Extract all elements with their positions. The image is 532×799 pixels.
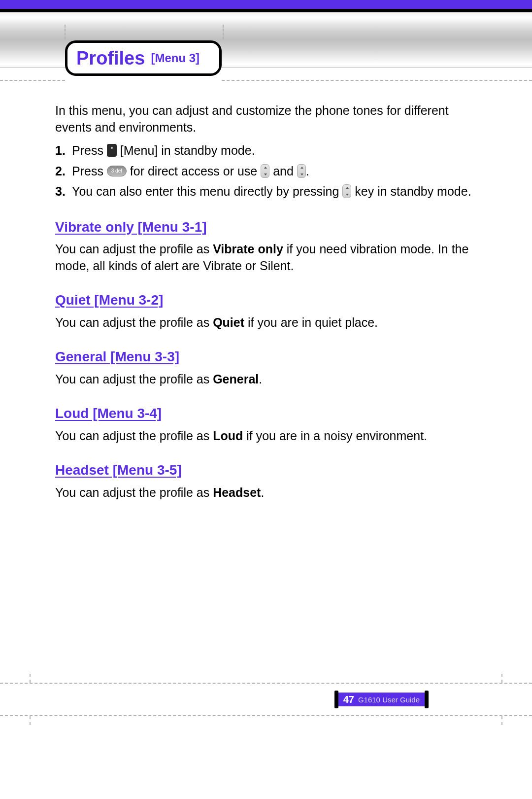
dash-line <box>0 80 65 81</box>
dash-tick <box>30 716 31 725</box>
step-text: key in standby mode. <box>351 184 471 198</box>
text-run: You can adjust the profile as <box>55 372 213 386</box>
nav-key-icon <box>342 184 351 198</box>
step-text: You can also enter this menu directly by… <box>72 184 342 198</box>
step-text: and <box>269 164 297 178</box>
page-title-sub: [Menu 3] <box>151 51 200 65</box>
text-run: You can adjust the profile as <box>55 242 213 256</box>
dash-tick <box>501 674 502 683</box>
step-number: 2. <box>55 163 72 180</box>
guide-label: G1610 User Guide <box>358 693 425 706</box>
intro-text: In this menu, you can adjust and customi… <box>55 103 477 136</box>
section-heading: Vibrate only [Menu 3-1] <box>55 218 477 237</box>
bracket-icon <box>425 691 429 708</box>
step-item: 3. You can also enter this menu directly… <box>55 183 477 200</box>
top-black-bar <box>0 9 532 12</box>
menu-key-icon <box>107 144 117 157</box>
dash-tick <box>65 25 66 39</box>
section-heading: Quiet [Menu 3-2] <box>55 291 477 310</box>
section-text: You can adjust the profile as Vibrate on… <box>55 241 477 274</box>
section-text: You can adjust the profile as General. <box>55 371 477 388</box>
text-run: You can adjust the profile as <box>55 486 213 499</box>
step-text: Press <box>72 143 107 157</box>
page-title-main: Profiles <box>76 48 145 69</box>
number-key-icon: 3 def <box>107 166 127 176</box>
bracket-icon <box>334 691 338 708</box>
dash-tick <box>30 674 31 683</box>
text-run: You can adjust the profile as <box>55 429 213 443</box>
footer-dash-frame <box>0 683 532 716</box>
page-number: 47 <box>338 693 358 706</box>
section-text: You can adjust the profile as Quiet if y… <box>55 314 477 331</box>
section-quiet: Quiet [Menu 3-2] You can adjust the prof… <box>55 291 477 331</box>
text-bold: Loud <box>213 429 243 443</box>
step-body: Press [Menu] in standby mode. <box>72 142 477 159</box>
text-run: You can adjust the profile as <box>55 315 213 329</box>
text-bold: General <box>213 372 259 386</box>
nav-key-icon <box>297 164 306 178</box>
text-run: if you are in a noisy environment. <box>243 429 427 443</box>
step-text: Press <box>72 164 103 178</box>
step-body: You can also enter this menu directly by… <box>72 183 477 200</box>
dash-tick <box>501 716 502 725</box>
page-title-box: Profiles [Menu 3] <box>65 40 222 76</box>
text-run: . <box>261 486 264 499</box>
section-heading: Loud [Menu 3-4] <box>55 404 477 423</box>
section-general: General [Menu 3-3] You can adjust the pr… <box>55 347 477 387</box>
step-number: 3. <box>55 183 72 200</box>
text-run: if you are in quiet place. <box>244 315 378 329</box>
step-body: Press 3 def for direct access or use and… <box>72 163 477 180</box>
step-number: 1. <box>55 142 72 159</box>
step-text: . <box>306 164 309 178</box>
dash-tick <box>223 25 224 39</box>
step-item: 1. Press [Menu] in standby mode. <box>55 142 477 159</box>
step-text: [Menu] in standby mode. <box>117 143 255 157</box>
section-heading: General [Menu 3-3] <box>55 347 477 366</box>
section-loud: Loud [Menu 3-4] You can adjust the profi… <box>55 404 477 444</box>
dash-line <box>222 80 532 81</box>
top-purple-bar <box>0 0 532 9</box>
section-text: You can adjust the profile as Headset. <box>55 485 477 501</box>
step-item: 2. Press 3 def for direct access or use … <box>55 163 477 180</box>
text-run: . <box>259 372 262 386</box>
section-text: You can adjust the profile as Loud if yo… <box>55 428 477 445</box>
content-area: In this menu, you can adjust and customi… <box>55 103 477 518</box>
step-text: for direct access or use <box>127 164 261 178</box>
section-heading: Headset [Menu 3-5] <box>55 461 477 480</box>
text-bold: Quiet <box>213 315 244 329</box>
text-bold: Vibrate only <box>213 242 283 256</box>
nav-key-icon <box>261 164 269 178</box>
section-headset: Headset [Menu 3-5] You can adjust the pr… <box>55 461 477 501</box>
steps-list: 1. Press [Menu] in standby mode. 2. Pres… <box>55 142 477 200</box>
text-bold: Headset <box>213 486 261 499</box>
section-vibrate-only: Vibrate only [Menu 3-1] You can adjust t… <box>55 218 477 275</box>
page-number-badge: 47 G1610 User Guide <box>334 691 429 708</box>
